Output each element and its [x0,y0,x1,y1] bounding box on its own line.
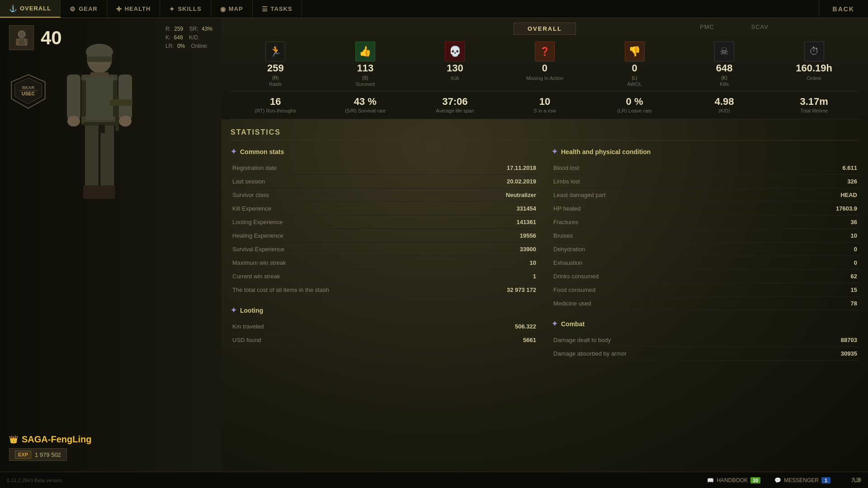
handbook-icon: 📖 [707,477,714,483]
table-row: Bruises10 [552,229,859,243]
bottom-right: 📖 HANDBOOK 30 💬 MESSENGER 1 九游 [707,477,861,483]
messenger-label: MESSENGER [784,477,819,483]
overall-icon: ⚓ [9,5,17,12]
health-icon: ✚ [116,5,122,13]
table-row: Registration date17.11.2018 [231,161,538,175]
table-row: USD found5661 [231,333,538,347]
tasks-icon: ☰ [262,5,268,13]
back-button[interactable]: BACK [819,0,868,18]
tab-map[interactable]: ◉ MAP [211,0,253,18]
table-row: Fractures36 [552,216,859,229]
bottom-bar: 0.11.2.2643 Beta version 📖 HANDBOOK 30 💬… [0,472,868,488]
tab-overall[interactable]: ⚓ OVERALL [0,0,61,18]
common-stats-icon: ✦ [231,147,236,156]
common-stats-group-title: ✦ Common stats [231,147,538,156]
svg-rect-27 [99,124,105,133]
stat-survived: 👍 113 (S) Survived [343,42,388,87]
table-row: The total cost of all items in the stash… [231,283,538,297]
leave-rate-value: 0 % [626,97,643,107]
mia-icon: ❓ [535,42,555,61]
avg-lifespan-label: Average life span [436,108,474,113]
exp-value: 1 979 502 [35,451,61,458]
handbook-label: HANDBOOK [717,477,748,483]
mia-value: 0 [542,63,547,73]
stat-mia: ❓ 0 Missing In Action [522,42,567,81]
tab-overall-label: OVERALL [20,5,51,12]
looting-icon: ✦ [231,306,236,314]
svg-point-20 [67,116,80,127]
awol-value: 0 [632,63,637,73]
table-row: Current win streak1 [231,270,538,283]
avg-lifespan-value: 37:06 [442,97,467,107]
tab-health[interactable]: ✚ HEALTH [107,0,160,18]
pmc-col-header: PMC [700,23,714,30]
main-wrapper: ⚓ OVERALL ⚙ GEAR ✚ HEALTH ✦ SKILLS ◉ MAP… [0,0,868,488]
survived-icon: 👍 [355,42,375,61]
common-stats-title-text: Common stats [240,148,284,155]
svg-rect-25 [99,185,115,199]
stats-columns: ✦ Common stats Registration date17.11.20… [231,147,859,361]
stat-raids: 🏃 259 (R) Raids [253,42,298,87]
table-row: Survival Experience33900 [231,243,538,256]
stat2-survival-rate: 43 % (S/R) Survival rate [338,97,392,113]
svg-text:BEAR: BEAR [22,85,34,90]
table-row: Food consumed15 [552,283,859,297]
svg-text:USEC: USEC [22,91,35,96]
stat-awol: 👎 0 (L) AWOL [612,42,657,87]
svg-point-0 [18,31,25,38]
table-row: Healing Experience19556 [231,229,538,243]
tab-gear-label: GEAR [79,5,98,12]
stat2-runthroughs: 16 (RT) Run-throughs [248,97,302,113]
overall-tab-button[interactable]: OVERALL [514,23,576,35]
scav-col-header: Scav [751,23,769,30]
table-row: Limbs lost326 [552,175,859,188]
stat2-total-lifetime: 3.17m Total lifetime [787,97,841,113]
main-content[interactable]: OVERALL PMC Scav 🏃 259 (R) Raids [222,18,868,488]
tab-tasks[interactable]: ☰ TASKS [253,0,302,18]
svg-rect-23 [100,124,114,188]
tab-skills-label: SKILLS [178,5,201,12]
raids-value: 259 [267,63,284,73]
tab-gear[interactable]: ⚙ GEAR [61,0,107,18]
stats-icons-row: 🏃 259 (R) Raids 👍 113 (S) Survived [231,35,859,91]
char-icon [9,25,34,50]
stat2-kd: 4.98 (K/D) [697,97,751,113]
svg-rect-24 [83,185,99,199]
svg-rect-28 [90,72,108,77]
logo-text: 九游 [851,477,861,483]
looting-title-text: Looting [240,307,263,314]
common-stats-table: Registration date17.11.2018 Last session… [231,161,538,297]
svg-rect-13 [85,77,114,120]
health-group-title: ✦ Health and physical condition [552,147,859,156]
kia-label: KIA [451,75,459,81]
version-text: 0.11.2.2643 Beta version [7,478,62,483]
mia-label: Missing In Action [526,75,564,81]
table-row: Km traveled506.322 [231,320,538,333]
svg-rect-16 [67,75,80,120]
tab-skills[interactable]: ✦ SKILLS [160,0,211,18]
char-name-block: 👑 SAGA-FengLing EXP 1 979 502 [9,434,91,461]
online-value: 160.19h [796,63,832,73]
statistics-title: STATISTICS [231,128,859,141]
table-row: Blood lost6.611 [552,161,859,175]
left-stats-col: ✦ Common stats Registration date17.11.20… [231,147,538,361]
total-lifetime-label: Total lifetime [800,108,828,113]
runthroughs-label: (RT) Run-throughs [255,108,297,113]
messenger-button[interactable]: 💬 MESSENGER 1 [774,477,830,483]
total-lifetime-value: 3.17m [800,97,828,107]
table-row: Medicine used78 [552,297,859,310]
table-row: Looting Experience141361 [231,216,538,229]
online-label: Online [807,75,821,81]
stat-online: ⏱ 160.19h Online [792,42,837,81]
svg-rect-22 [85,124,99,188]
statistics-section: STATISTICS ✦ Common stats Registration d… [222,119,868,365]
char-image-area [36,32,208,321]
combat-group-title: ✦ Combat [552,319,859,328]
table-row: Kill Experience331454 [231,202,538,216]
map-icon: ◉ [220,5,226,13]
handbook-button[interactable]: 📖 HANDBOOK 30 [707,477,760,483]
svg-rect-17 [118,75,132,120]
survived-label: (S) Survived [355,75,375,87]
left-panel: 40 R: 259 SR: 43% K: 648 K/D. LR: 0% Onl… [0,18,222,488]
svg-rect-14 [81,80,86,117]
